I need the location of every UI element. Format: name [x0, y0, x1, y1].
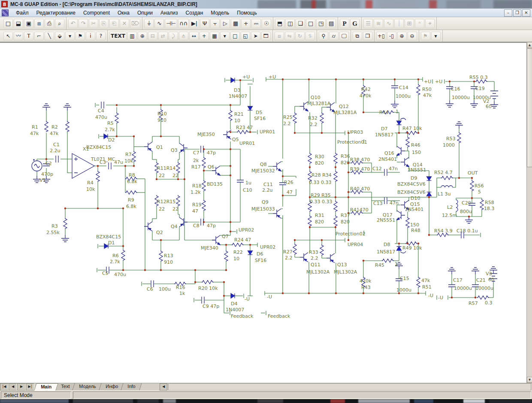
component-symbol-ch[interactable] [202, 297, 204, 304]
dynamic-dc-button[interactable]: ⊞ [405, 19, 414, 28]
document-icon[interactable] [2, 9, 9, 16]
menu-опции[interactable]: Опции [133, 9, 157, 17]
calculator-button[interactable]: ▤ [326, 19, 336, 28]
component-symbol-rh[interactable] [232, 243, 244, 247]
currents-button[interactable]: ⇄ [158, 32, 168, 40]
component-symbol-pnp[interactable] [326, 253, 335, 263]
scroll-down-button[interactable]: ▼ [527, 377, 532, 383]
maximize-window-button[interactable]: □ [306, 19, 315, 28]
help-mode-button[interactable]: ? [96, 32, 106, 40]
component-symbol-rv[interactable] [202, 200, 206, 211]
schematic-canvas[interactable]: R147kR247kC12.2uC2470pV1X1TL071_MCC347uR… [0, 42, 526, 383]
select-mode-button[interactable]: ↖ [3, 32, 13, 40]
component-symbol-rv[interactable] [96, 171, 100, 182]
ac-analysis-button[interactable]: ∿ [384, 19, 393, 28]
component-symbol-npn[interactable] [401, 157, 409, 167]
text-mode-button[interactable]: T [24, 32, 33, 40]
component-symbol-rv[interactable] [334, 201, 337, 212]
flag-list-button[interactable]: ⚑ [421, 32, 430, 40]
zoom-out-button[interactable]: ⊖ [408, 32, 417, 40]
component-symbol-rv[interactable] [63, 218, 67, 229]
transient-analysis-button[interactable]: ≋ [374, 19, 383, 28]
source-button[interactable]: ☉ [262, 19, 271, 28]
component-symbol-gnd[interactable] [446, 100, 453, 107]
component-symbol-rh[interactable] [382, 259, 394, 262]
menu-редактирование[interactable]: Редактирование [33, 9, 79, 17]
component-symbol-rh[interactable] [437, 233, 449, 237]
component-symbol-npn[interactable] [212, 235, 220, 245]
split-horizontal-button[interactable]: ⬒ [275, 19, 284, 28]
scrollbar-thumb[interactable] [527, 48, 532, 167]
taskbar-item[interactable] [463, 399, 485, 403]
component-symbol-ch[interactable] [56, 156, 58, 162]
component-symbol-gnd[interactable] [465, 217, 473, 223]
component-symbol-rv[interactable] [406, 217, 409, 228]
component-symbol-gup[interactable] [455, 122, 463, 129]
new-window-button[interactable]: ◳ [316, 19, 326, 28]
component-symbol-pnp[interactable] [144, 142, 152, 151]
flag-mode-button[interactable]: ⚑ [76, 32, 85, 40]
info-mode-button[interactable]: i [86, 32, 95, 40]
transfer-function-button[interactable]: ⁿ [415, 19, 424, 28]
component-symbol-rv[interactable] [470, 180, 474, 191]
menu-анализ[interactable]: Анализ [157, 9, 182, 17]
component-symbol-rv[interactable] [457, 132, 461, 143]
find-button[interactable]: ⌭ [329, 32, 339, 40]
component-symbol-rv[interactable] [176, 195, 180, 206]
print-button[interactable]: ⎙ [45, 19, 54, 28]
flip-vertical-button[interactable]: ⥮ [305, 32, 315, 40]
analysis-limits-button[interactable]: ☰ [363, 19, 373, 28]
taskbar-item[interactable] [330, 399, 345, 403]
clear-all-button[interactable]: ⌦ [130, 19, 140, 28]
component-symbol-dr[interactable] [231, 294, 235, 298]
vertical-scrollbar[interactable]: ▲ ▼ [526, 42, 532, 383]
stretch-wires-button[interactable]: ↔ [189, 32, 199, 40]
cut-button[interactable]: ✂ [89, 19, 98, 28]
flip-horizontal-button[interactable]: ⇋ [285, 32, 294, 40]
component-symbol-rv[interactable] [417, 84, 420, 95]
component-symbol-rh[interactable] [237, 130, 249, 134]
component-symbol-ch[interactable] [101, 102, 104, 108]
component-symbol-rv[interactable] [334, 171, 337, 182]
battery-button[interactable]: ⎓ [251, 19, 261, 28]
copy-button[interactable]: ⎘ [99, 19, 109, 28]
conditions-button[interactable]: ⫛ [179, 32, 188, 40]
paste-button[interactable]: ⎗ [109, 19, 119, 28]
zoom-in-button[interactable]: ⊕ [397, 32, 407, 40]
send-to-back-button[interactable]: ❐ [363, 32, 372, 40]
component-symbol-rv[interactable] [406, 136, 409, 147]
grid-button[interactable]: ▦ [210, 32, 219, 40]
text-display-button[interactable]: TEXT [109, 32, 127, 40]
component-symbol-gnd[interactable] [470, 100, 478, 107]
flag-dropdown-button[interactable]: ▾ [431, 32, 441, 40]
component-symbol-pnp[interactable] [144, 222, 152, 231]
powers-button[interactable]: ⤸ [169, 32, 178, 40]
opamp-button[interactable]: ▷ [221, 19, 230, 28]
mosfet-button[interactable]: ⫟ [210, 19, 220, 28]
taskbar-item[interactable] [163, 399, 176, 403]
component-symbol-du[interactable] [427, 192, 432, 196]
title-bar[interactable]: 8 MC-8 GUAP Edition - [C:\Program Files\… [0, 0, 532, 9]
remove-page-button[interactable]: -▯ [387, 32, 396, 40]
find-component-button[interactable]: ⚲ [319, 32, 328, 40]
point-select-button[interactable]: ➤ [251, 32, 260, 40]
prev-page-button[interactable]: ◀ [9, 383, 17, 391]
next-page-button[interactable]: ▶ [17, 383, 26, 391]
print-preview-button[interactable]: ⌕ [55, 19, 64, 28]
component-symbol-rv[interactable] [293, 112, 296, 123]
component-symbol-bat[interactable] [490, 91, 498, 99]
component-symbol-rv[interactable] [308, 215, 311, 226]
menu-модель[interactable]: Модель [207, 9, 233, 17]
component-symbol-rv[interactable] [334, 153, 337, 164]
component-symbol-gnd[interactable] [391, 101, 399, 108]
component-symbol-rv[interactable] [417, 277, 420, 288]
open-button[interactable]: ⬓ [14, 19, 23, 28]
taskbar-item[interactable] [489, 399, 532, 403]
line-mode-button[interactable]: ╲ [45, 32, 54, 40]
taskbar-item[interactable] [0, 399, 69, 403]
component-symbol-gup[interactable] [472, 268, 479, 274]
component-symbol-rv[interactable] [229, 110, 232, 121]
component-symbol-coilh[interactable] [441, 186, 453, 187]
component-symbol-ch[interactable] [384, 169, 387, 176]
component-symbol-rv[interactable] [202, 180, 206, 191]
